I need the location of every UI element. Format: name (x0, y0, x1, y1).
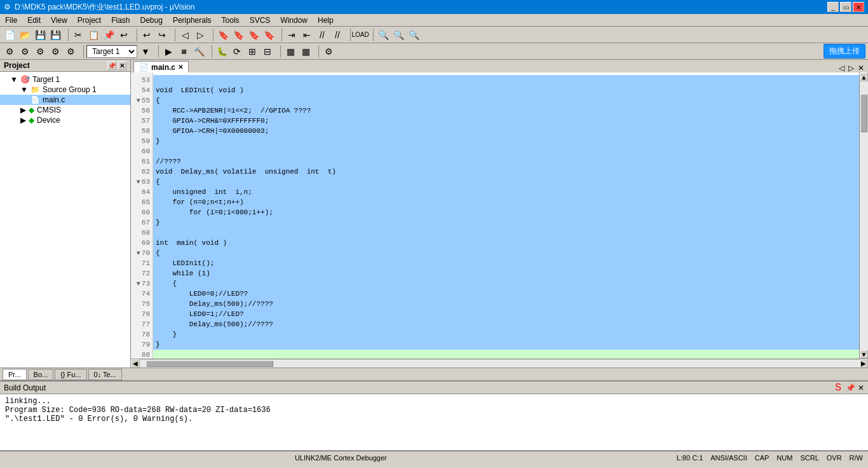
tb2-stepinto-btn[interactable]: ⊟ (261, 45, 275, 59)
unindent-btn[interactable]: ⇤ (300, 28, 314, 42)
nav-fwd-button[interactable]: ▷ (193, 28, 207, 42)
build-output-title: Build Output (4, 383, 46, 392)
open-file-button[interactable]: 📂 (18, 28, 32, 42)
scroll-up-button[interactable]: ▲ (860, 72, 868, 81)
code-line-63: { (153, 177, 859, 187)
hscroll-left-button[interactable]: ◀ (131, 359, 140, 368)
tb2-btn1[interactable]: ⚙ (3, 45, 17, 59)
tb2-run-btn[interactable]: ▶ (161, 45, 175, 59)
find-btn[interactable]: 🔍 (376, 28, 390, 42)
hscroll-track[interactable] (140, 360, 859, 368)
tb2-reset-btn[interactable]: ⟳ (230, 45, 244, 59)
project-title: Project (4, 61, 30, 70)
menu-view[interactable]: View (46, 15, 72, 26)
menu-file[interactable]: File (0, 15, 22, 26)
findprev-btn[interactable]: 🔍 (407, 28, 421, 42)
new-file-button[interactable]: 📄 (3, 28, 17, 42)
bottom-tab-build[interactable]: Bo... (28, 369, 54, 380)
project-close-button[interactable]: ✕ (118, 61, 126, 70)
target-select[interactable]: Target 1 (86, 45, 137, 58)
nav-back-button[interactable]: ◁ (178, 28, 192, 42)
indent-btn[interactable]: ⇥ (285, 28, 299, 42)
code-line-72: while (1) (153, 268, 859, 279)
restore-button[interactable]: ▭ (840, 2, 851, 12)
code-editor[interactable]: void LEDInit( void ) { RCC->APB2ENR|=1<<… (153, 72, 859, 359)
uncomment-btn[interactable]: // (330, 28, 344, 42)
tb2-btn3[interactable]: ⚙ (33, 45, 47, 59)
bookmark3-btn[interactable]: 🔖 (247, 28, 261, 42)
hscroll-thumb[interactable] (146, 361, 273, 367)
menu-peripherals[interactable]: Peripherals (168, 15, 217, 26)
tb2-btn5[interactable]: ⚙ (64, 45, 78, 59)
window-controls[interactable]: _ ▭ ✕ (827, 2, 864, 12)
close-button[interactable]: ✕ (853, 2, 864, 12)
tb2-stop-btn[interactable]: ◾ (177, 45, 191, 59)
menu-tools[interactable]: Tools (217, 15, 245, 26)
paste-button[interactable]: 📌 (102, 28, 116, 42)
bottom-tab-templates[interactable]: 0↓ Te... (88, 369, 122, 380)
tb2-settings-btn[interactable]: ⚙ (322, 45, 336, 59)
line-num-78: 78 (131, 329, 153, 340)
tb2-window-btn[interactable]: ▦ (283, 45, 297, 59)
menu-edit[interactable]: Edit (22, 15, 46, 26)
tb2-btn2[interactable]: ⚙ (18, 45, 32, 59)
tb2-btn4[interactable]: ⚙ (48, 45, 62, 59)
tab-close-icon[interactable]: ✕ (178, 64, 183, 71)
menu-flash[interactable]: Flash (106, 15, 135, 26)
menu-project[interactable]: Project (72, 15, 106, 26)
menu-help[interactable]: Help (313, 15, 339, 26)
scroll-thumb[interactable] (860, 94, 867, 132)
scroll-down-button[interactable]: ▼ (860, 350, 868, 359)
editor-vertical-scrollbar[interactable]: ▲ ▼ (859, 72, 868, 359)
tab-scroll-left-btn[interactable]: ◁ (837, 64, 846, 72)
undo-button[interactable]: ↩ (117, 28, 131, 42)
cut-button[interactable]: ✂ (71, 28, 85, 42)
target-1-icon: 🎯 (20, 75, 30, 84)
tb2-dropdown[interactable]: ▼ (139, 45, 153, 59)
project-tree: ▼ 🎯 Target 1 ▼ 📁 Source Group 1 📄 main.c… (0, 72, 130, 368)
menu-svcs[interactable]: SVCS (245, 15, 276, 26)
tb2-debug-btn[interactable]: 🐛 (215, 45, 229, 59)
tree-main-c[interactable]: 📄 main.c (0, 95, 130, 105)
hscroll-right-button[interactable]: ▶ (859, 359, 868, 368)
minimize-button[interactable]: _ (827, 2, 839, 12)
load-btn[interactable]: LOAD (353, 28, 367, 42)
save-all-button[interactable]: 💾 (48, 28, 62, 42)
tree-target-1[interactable]: ▼ 🎯 Target 1 (0, 74, 130, 85)
build-line-2: Program Size: Code=936 RO-data=268 RW-da… (5, 406, 863, 415)
copy-button[interactable]: 📋 (86, 28, 100, 42)
build-close-btn[interactable]: ✕ (858, 383, 864, 392)
menu-window[interactable]: Window (275, 15, 313, 26)
bottom-tab-functions[interactable]: {} Fu... (55, 369, 86, 380)
undo2-button[interactable]: ↩ (140, 28, 154, 42)
find2-btn[interactable]: 🔍 (391, 28, 405, 42)
comment-btn[interactable]: // (315, 28, 329, 42)
bookmark4-btn[interactable]: 🔖 (262, 28, 276, 42)
code-line-77: Delay_ms(500);//???? (153, 319, 859, 329)
plugin-upload-btn[interactable]: 拖拽上传 (824, 44, 865, 59)
tree-cmsis[interactable]: ▶ ◆ CMSIS (0, 105, 130, 115)
build-output-content: linking... Program Size: Code=936 RO-dat… (0, 394, 868, 450)
bookmark-btn[interactable]: 🔖 (216, 28, 230, 42)
menu-debug[interactable]: Debug (135, 15, 168, 26)
tree-source-group[interactable]: ▼ 📁 Source Group 1 (0, 85, 130, 95)
editor-horizontal-scrollbar[interactable]: ◀ ▶ (131, 359, 868, 368)
tb2-stepover-btn[interactable]: ⊞ (245, 45, 259, 59)
scroll-track[interactable] (860, 81, 868, 350)
project-pin-button[interactable]: 📌 (107, 61, 116, 70)
save-button[interactable]: 💾 (33, 28, 47, 42)
tb2-build-btn[interactable]: 🔨 (192, 45, 206, 59)
bottom-tab-project[interactable]: Pr... (3, 369, 27, 380)
tb2-window2-btn[interactable]: ▦ (299, 45, 313, 59)
tab-main-c[interactable]: 📄 main.c ✕ (133, 61, 189, 72)
tab-scroll-right-btn[interactable]: ▷ (847, 64, 855, 72)
bookmark2-btn[interactable]: 🔖 (231, 28, 245, 42)
build-pin-btn[interactable]: 📌 (846, 383, 855, 392)
redo-button[interactable]: ↪ (155, 28, 169, 42)
code-line-62: void Delay_ms( volatile unsigned int t) (153, 167, 859, 177)
editor-content[interactable]: 53 54 ▼55 56 57 58 59 60 61 62 ▼63 64 65… (131, 72, 868, 359)
tree-device[interactable]: ▶ ◆ Device (0, 115, 130, 125)
code-line-75: Delay_ms(500);//???? (153, 299, 859, 309)
tab-close-all-btn[interactable]: ✕ (857, 64, 865, 72)
toolbar-sep-2 (133, 29, 137, 41)
